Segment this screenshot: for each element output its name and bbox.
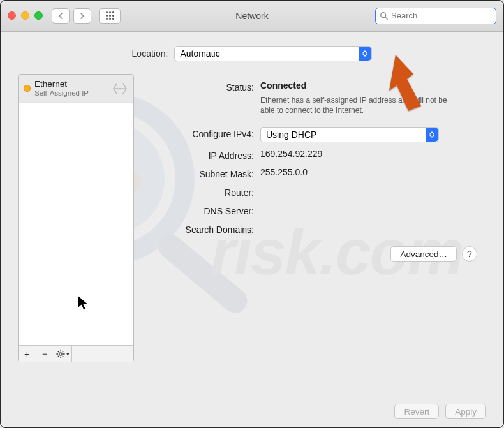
- updown-icon: [426, 128, 438, 142]
- mask-label: Subnet Mask:: [145, 167, 254, 179]
- zoom-button[interactable]: [34, 11, 43, 20]
- service-name: Ethernet: [34, 80, 108, 89]
- service-ethernet[interactable]: Ethernet Self-Assigned IP: [19, 75, 133, 103]
- sidebar-empty: [19, 103, 133, 345]
- svg-point-10: [117, 88, 118, 89]
- window-title: Network: [235, 11, 268, 21]
- location-label: Location:: [132, 48, 168, 59]
- dns-label: DNS Server:: [145, 204, 254, 216]
- search-domains-label: Search Domains:: [145, 223, 254, 235]
- location-value: Automatic: [180, 48, 219, 59]
- titlebar: Network: [0, 0, 504, 32]
- window-controls: [8, 11, 43, 20]
- svg-point-12: [59, 352, 62, 355]
- status-label: Status:: [145, 80, 254, 92]
- status-value: Connected: [260, 80, 477, 91]
- toolbar-spacer: [72, 346, 133, 362]
- services-sidebar: Ethernet Self-Assigned IP + − ▾: [18, 74, 134, 362]
- chevron-right-icon: [79, 13, 85, 19]
- remove-service-button[interactable]: −: [36, 346, 54, 362]
- svg-line-8: [385, 17, 387, 18]
- mask-value: 255.255.0.0: [260, 167, 477, 177]
- status-description: Ethernet has a self-assigned IP address …: [260, 95, 458, 115]
- back-button[interactable]: [52, 8, 70, 24]
- revert-button[interactable]: Revert: [394, 404, 439, 419]
- add-service-button[interactable]: +: [19, 346, 36, 362]
- details-panel: Status: Connected Ethernet has a self-as…: [145, 74, 486, 362]
- minimize-button[interactable]: [21, 11, 29, 20]
- service-actions-button[interactable]: ▾: [54, 346, 72, 362]
- forward-button[interactable]: [73, 8, 91, 24]
- gear-icon: [56, 350, 65, 358]
- configure-label: Configure IPv4:: [145, 127, 254, 139]
- service-status: Self-Assigned IP: [34, 89, 108, 98]
- advanced-button[interactable]: Advanced…: [390, 246, 457, 262]
- status-dot: [24, 85, 31, 92]
- help-button[interactable]: ?: [462, 246, 477, 262]
- search-input[interactable]: [375, 8, 496, 24]
- ethernet-icon: [112, 81, 128, 96]
- chevron-down-icon: ▾: [66, 351, 70, 357]
- apply-button[interactable]: Apply: [445, 404, 486, 419]
- chevron-left-icon: [57, 13, 64, 19]
- svg-point-9: [119, 88, 121, 89]
- close-button[interactable]: [8, 11, 16, 20]
- router-label: Router:: [145, 186, 254, 198]
- show-all-button[interactable]: [99, 8, 121, 24]
- ip-label: IP Address:: [145, 149, 254, 161]
- svg-point-11: [121, 88, 122, 89]
- grid-icon: [106, 11, 114, 20]
- cursor-icon: [76, 294, 91, 313]
- configure-value: Using DHCP: [266, 129, 316, 140]
- search-icon: [380, 11, 389, 20]
- ip-value: 169.254.92.229: [260, 149, 477, 159]
- sidebar-toolbar: + − ▾: [19, 345, 133, 362]
- updown-icon: [359, 47, 371, 61]
- location-select[interactable]: Automatic: [174, 46, 372, 61]
- configure-ipv4-select[interactable]: Using DHCP: [260, 127, 439, 142]
- footer-buttons: Revert Apply: [394, 404, 486, 419]
